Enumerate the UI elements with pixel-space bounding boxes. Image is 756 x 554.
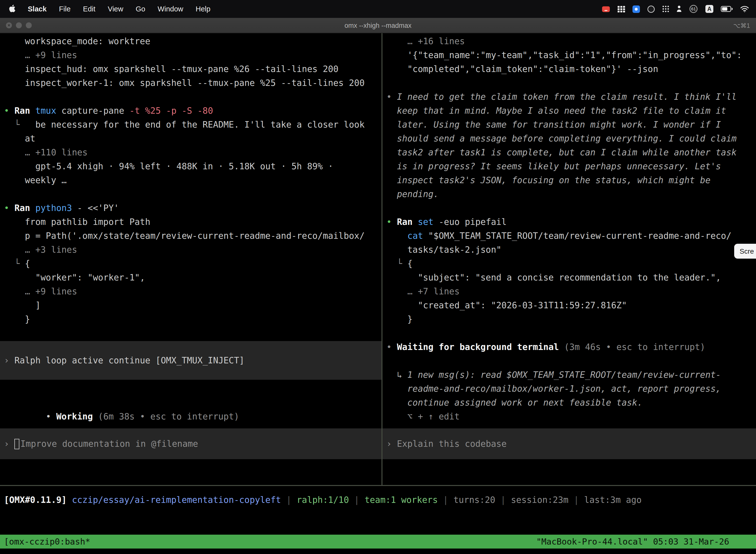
- user-icon[interactable]: [677, 5, 682, 12]
- menu-window[interactable]: Window: [158, 5, 183, 13]
- app-menu-slack[interactable]: Slack: [28, 5, 47, 13]
- dots-grid-icon[interactable]: [662, 5, 669, 12]
- text-segment: … +3 lines: [4, 245, 77, 255]
- circle-app-icon[interactable]: [647, 5, 655, 13]
- text-segment: p = Path('.omx/state/team/review-current…: [4, 231, 365, 241]
- terminal-line: • Ran tmux capture-pane -t %25 -p -S -80: [4, 104, 378, 118]
- text-segment: •: [4, 106, 14, 116]
- menu-view[interactable]: View: [108, 5, 123, 13]
- text-segment: [OMX#0.11.9]: [4, 495, 72, 505]
- terminal-line: "completed","claim_token":"claim-token"}…: [386, 62, 752, 76]
- text-segment: |: [349, 495, 365, 505]
- text-segment: inspect task2's JSON, focusing on the st…: [386, 175, 710, 185]
- terminal-line: … +16 lines: [386, 34, 752, 48]
- text-segment: cat: [407, 231, 423, 241]
- text-segment: ]: [4, 300, 41, 310]
- terminal-line: └ {: [4, 257, 378, 271]
- terminal-line: weekly …: [4, 173, 378, 187]
- omx-hud-line: [OMX#0.11.9] cczip/essay/ai-reimplementa…: [4, 493, 752, 507]
- text-segment: •: [386, 92, 397, 102]
- right-pane-output: … +16 lines '{"team_name":"my-team","tas…: [382, 33, 756, 424]
- text-segment: inspect_hud: omx sparkshell --tmux-pane …: [4, 64, 338, 74]
- tmux-session-window: [omx-cczip0:bash*: [4, 537, 90, 547]
- screen-share-overlay[interactable]: Scre: [734, 244, 756, 259]
- text-segment: -euo pipefail: [434, 217, 507, 227]
- text-segment: keep that in mind. Maybe I also need the…: [386, 106, 726, 116]
- terminal-line: … +9 lines: [4, 284, 378, 298]
- terminal-line: continue assigned work or next feasible …: [386, 396, 752, 409]
- text-segment: be necessary for the end of the README. …: [35, 120, 365, 129]
- terminal-line: from pathlib import Path: [4, 215, 378, 229]
- text-segment: •: [386, 217, 397, 227]
- text-segment: Ran: [397, 217, 413, 227]
- text-segment: is in progress? It seems likely but perh…: [386, 161, 721, 171]
- terminal-line: at: [4, 131, 378, 146]
- bottom-strip: [0, 549, 756, 554]
- terminal-line: is in progress? It seems likely but perh…: [386, 159, 752, 173]
- text-segment: … +16 lines: [386, 36, 465, 46]
- apple-menu[interactable]: [9, 4, 15, 14]
- text-segment: gpt-5.4 xhigh · 94% left · 488K in · 5.1…: [4, 161, 333, 171]
- terminal-line: pending.: [386, 187, 752, 201]
- blue-app-icon[interactable]: [632, 5, 640, 13]
- menu-help[interactable]: Help: [196, 5, 210, 13]
- input-placeholder: Improve documentation in @filename: [20, 439, 198, 449]
- menu-bar-left: Slack File Edit View Go Window Help: [9, 4, 210, 14]
- terminal-line: "worker": "worker-1",: [4, 271, 378, 284]
- terminal-line: "created_at": "2026-03-31T11:59:27.816Z": [386, 298, 752, 312]
- text-segment: weekly …: [4, 175, 67, 185]
- text-segment: •: [4, 203, 14, 213]
- terminal-line: '{"team_name":"my-team","task_id":"1","f…: [386, 48, 752, 62]
- tmux-host-time: "MacBook-Pro-44.local" 05:03 31-Mar-26: [536, 537, 729, 547]
- screen-recording-icon[interactable]: [602, 6, 610, 12]
- text-segment: └: [4, 120, 35, 129]
- right-pane[interactable]: … +16 lines '{"team_name":"my-team","tas…: [382, 33, 756, 485]
- terminal-line: workspace_mode: worktree: [4, 34, 378, 48]
- text-segment: [30, 106, 35, 116]
- grid-icon[interactable]: [618, 6, 625, 12]
- wifi-icon[interactable]: [740, 5, 749, 12]
- text-segment: Waiting for background terminal: [397, 342, 559, 352]
- battery-icon[interactable]: [721, 6, 733, 12]
- text-segment: … +9 lines: [4, 50, 77, 60]
- text-segment: "created_at": "2026-03-31T11:59:27.816Z": [386, 300, 627, 310]
- terminal-line: ↳ 1 new msg(s): read $OMX_TEAM_STATE_ROO…: [386, 368, 752, 382]
- terminal-line: [386, 201, 752, 215]
- text-segment: continue assigned work or next feasible …: [386, 398, 643, 407]
- left-pane[interactable]: workspace_mode: worktree … +9 lines insp…: [0, 33, 381, 485]
- terminal-line: "subject": "send a concise recommendatio…: [386, 271, 752, 284]
- terminal-line: ]: [4, 298, 378, 312]
- terminal-line: }: [386, 312, 752, 326]
- terminal-line: task2 after task1 is complete, but can I…: [386, 146, 752, 159]
- terminal-line: inspect task2's JSON, focusing on the st…: [386, 173, 752, 187]
- terminal-line: [386, 76, 752, 90]
- menu-edit[interactable]: Edit: [83, 5, 96, 13]
- left-pane-statusline: gpt-5.4 xhigh · essay/ai-reimplementatio…: [0, 465, 381, 479]
- battery-percent-label: 61: [691, 7, 696, 11]
- window-shortcut-hint: ⌥⌘1: [733, 21, 756, 29]
- menu-file[interactable]: File: [59, 5, 71, 13]
- text-segment: }: [4, 314, 30, 324]
- omx-hud: [OMX#0.11.9] cczip/essay/ai-reimplementa…: [0, 486, 756, 535]
- text-segment: |: [438, 495, 453, 505]
- text-segment: ⌥ + ↑ edit: [386, 411, 460, 422]
- text-segment: "$OMX_TEAM_STATE_ROOT/team/review-curren…: [423, 231, 732, 241]
- menu-go[interactable]: Go: [136, 5, 145, 13]
- text-segment: python3: [35, 203, 72, 213]
- terminal-line: • I need to get the claim token from the…: [386, 90, 752, 104]
- text-segment: capture-pane: [56, 106, 129, 116]
- text-segment: - <<'PY': [72, 203, 119, 213]
- battery-gauge-icon[interactable]: 61: [689, 4, 698, 13]
- prompt-chevron: ›: [4, 355, 14, 365]
- input-source-icon[interactable]: A: [705, 5, 713, 13]
- text-segment: "completed","claim_token":"claim-token"}…: [386, 64, 658, 74]
- terminal-line: └ {: [386, 257, 752, 271]
- terminal-line: • Ran python3 - <<'PY': [4, 201, 378, 215]
- text-segment: last:3m ago: [584, 495, 642, 505]
- prompt-input-right[interactable]: › Explain this codebase: [382, 428, 756, 459]
- prompt-input-left[interactable]: › Improve documentation in @filename: [0, 428, 381, 459]
- text-segment: |: [281, 495, 297, 505]
- text-segment: team:1 workers: [365, 495, 438, 505]
- input-placeholder: Explain this codebase: [397, 439, 507, 449]
- text-segment: Ran: [14, 203, 30, 213]
